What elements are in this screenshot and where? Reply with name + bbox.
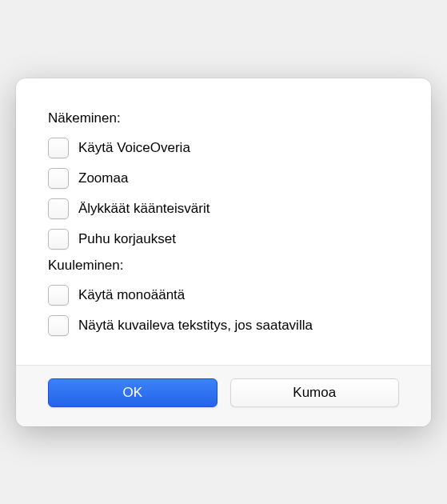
checkbox-mono-audio[interactable] [48,285,69,306]
ok-button[interactable]: OK [48,378,218,407]
checkbox-speak-corrections[interactable] [48,229,69,250]
checkbox-label: Zoomaa [78,170,128,186]
cancel-button[interactable]: Kumoa [230,378,400,407]
checkbox-descriptive-subtitles[interactable] [48,315,69,336]
checkbox-label: Älykkäät käänteisvärit [78,201,210,217]
checkbox-voiceover[interactable] [48,138,69,158]
checkbox-row-zoom: Zoomaa [48,163,399,194]
button-bar: OK Kumoa [16,365,431,426]
checkbox-label: Puhu korjaukset [78,231,176,247]
checkbox-label: Näytä kuvaileva tekstitys, jos saatavill… [78,318,313,334]
checkbox-row-mono-audio: Käytä monoääntä [48,280,399,310]
dialog-content: Näkeminen: Käytä VoiceOveria Zoomaa Älyk… [16,78,431,365]
checkbox-row-speak-corrections: Puhu korjaukset [48,224,399,254]
checkbox-row-voiceover: Käytä VoiceOveria [48,133,399,163]
checkbox-smart-invert[interactable] [48,198,69,219]
checkbox-zoom[interactable] [48,168,69,189]
checkbox-label: Käytä VoiceOveria [78,140,190,156]
checkbox-row-descriptive-subtitles: Näytä kuvaileva tekstitys, jos saatavill… [48,310,399,341]
vision-section-label: Näkeminen: [48,110,399,126]
accessibility-dialog: Näkeminen: Käytä VoiceOveria Zoomaa Älyk… [16,78,431,426]
checkbox-label: Käytä monoääntä [78,287,185,303]
hearing-section-label: Kuuleminen: [48,258,399,274]
checkbox-row-smart-invert: Älykkäät käänteisvärit [48,194,399,224]
